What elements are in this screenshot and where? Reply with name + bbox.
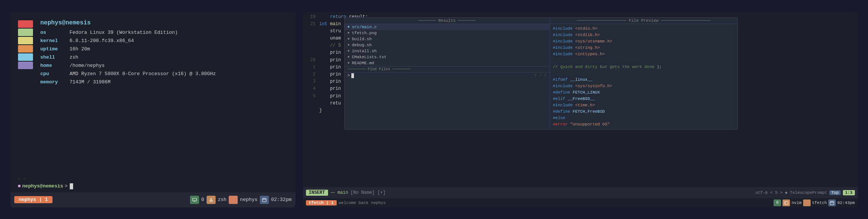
find-files-section: ──────── Find Files ────────	[345, 66, 550, 72]
item-icon-readme: ●	[348, 61, 350, 65]
info-key-cpu: cpu	[40, 70, 67, 78]
preview-line: #include <inttypes.h>	[553, 51, 735, 57]
color-block-red	[18, 20, 33, 28]
color-block-green	[18, 29, 33, 36]
preview-line: #ifdef __linux__	[553, 77, 735, 83]
bottom-folder-icon	[803, 199, 811, 206]
prompt-bolt-icon: ■	[18, 183, 21, 189]
preview-title: ──────────────────── File Preview ──────…	[550, 18, 738, 24]
preview-line: #include <stdio.h>	[553, 26, 735, 32]
info-row-os: os Fedora Linux 39 (Workstation Edition)	[40, 29, 288, 37]
statusbar-right-section: 0 zsh nephys 02:32pm	[190, 196, 292, 204]
bottom-cal-icon	[828, 199, 836, 206]
statusbar-top-right: utf-8 < 5 > ◆ TelescopePrompt Top 1:3	[755, 190, 855, 195]
svg-rect-10	[784, 201, 788, 204]
bottom-tfetch-label: tfetch	[812, 201, 827, 205]
bottom-right-icons: 8 nvim tfetch 02:43pm	[774, 199, 855, 206]
bottom-time: 02:43pm	[837, 201, 855, 205]
telescope-item-install-sh[interactable]: ● install.sh	[345, 48, 550, 54]
statusbar-top: INSERT ⸻ main [No Name] [+] utf-8 < 5 > …	[303, 187, 858, 198]
item-icon-debug-sh: ●	[348, 43, 350, 47]
mode-badge: INSERT	[306, 190, 328, 196]
bottom-num-icon: 8	[774, 199, 781, 206]
info-val-cpu: AMD Ryzen 7 5800X 8-Core Processor (x16)…	[70, 70, 216, 78]
telescope-results-panel[interactable]: ─────── Results ─────── ● src/main.c ● t…	[345, 18, 550, 130]
telescope-input-cursor	[351, 73, 354, 78]
encoding-label: utf-8 < 5 > ◆ TelescopePrompt	[755, 190, 827, 195]
info-key-memory: memory	[40, 78, 67, 86]
info-val-kernel: 6.8.11-200.fc39.x86_64	[70, 37, 134, 45]
statusbar-left: nephys | 1 0 zsh nephys 02:32pm	[10, 192, 295, 207]
branch-info: ⸻ main	[330, 190, 348, 195]
info-val-uptime: 16h 20m	[70, 45, 90, 53]
telescope-item-main-c[interactable]: ● src/main.c	[345, 24, 550, 30]
statusbar-left-section: nephys | 1	[14, 196, 52, 203]
info-key-home: home	[40, 62, 67, 70]
telescope-item-build-sh[interactable]: ● build.sh	[345, 36, 550, 42]
info-row-kernel: kernel 6.8.11-200.fc39.x86_64	[40, 37, 288, 45]
preview-line: #include <sys/utsname.h>	[553, 38, 735, 45]
left-terminal: nephys@nemesis os Fedora Linux 39 (Works…	[10, 12, 295, 207]
preview-line: #include <sys/sysinfo.h>	[553, 83, 735, 89]
info-key-os: os	[40, 29, 67, 37]
info-val-os: Fedora Linux 39 (Workstation Edition)	[70, 29, 178, 37]
statusbar-nephys: nephys	[240, 197, 258, 202]
result-counter: 7 / 7	[534, 73, 546, 78]
item-label-main-c: src/main.c	[352, 25, 377, 29]
info-val-home: /home/nephys	[70, 62, 105, 70]
preview-line: #define FETCH_LINUX	[553, 89, 735, 96]
preview-line: #define FETCH_FreeBSD	[553, 109, 735, 115]
info-val-shell: zsh	[70, 53, 78, 62]
telescope-item-readme[interactable]: ● README.md	[345, 60, 550, 66]
color-blocks	[18, 20, 33, 69]
item-icon-tfetch-png: ●	[348, 31, 350, 35]
item-icon-install-sh: ●	[348, 49, 350, 53]
bottom-workspace-tag: tfetch | 1	[306, 200, 337, 205]
statusbar-zero: 0	[201, 197, 204, 202]
neofetch-block: nephys@nemesis os Fedora Linux 39 (Works…	[18, 20, 288, 87]
statusbar-bottom: tfetch | 1 welcome back nephys 8 nvim tf…	[303, 198, 858, 207]
telescope-item-debug-sh[interactable]: ● debug.sh	[345, 42, 550, 48]
calendar-icon	[260, 196, 269, 204]
telescope-preview-panel: ──────────────────── File Preview ──────…	[550, 18, 738, 130]
svg-rect-6	[262, 198, 266, 202]
telescope-input-row[interactable]: > 7 / 7	[345, 72, 550, 79]
info-key-uptime: uptime	[40, 45, 67, 53]
tilde-line: ~ ~	[18, 177, 288, 182]
preview-line: #include <string.h>	[553, 45, 735, 51]
svg-rect-0	[193, 198, 196, 201]
info-row-uptime: uptime 16h 20m	[40, 45, 288, 53]
preview-line: #error "Unsupported OS"	[553, 121, 735, 128]
screen-icon	[190, 196, 199, 204]
item-label-build-sh: build.sh	[352, 37, 372, 41]
item-label-install-sh: install.sh	[352, 49, 377, 53]
prompt-arrow: >	[65, 183, 68, 189]
item-icon-cmake: ●	[348, 55, 350, 59]
bottom-nvim-icon	[783, 199, 790, 206]
position-badge: 1:3	[843, 190, 855, 195]
info-row-home: home /home/nephys	[40, 62, 288, 70]
preview-line: #else	[553, 115, 735, 121]
statusbar-time: 02:32pm	[271, 197, 292, 202]
info-val-memory: 7143M / 31986M	[70, 78, 111, 86]
top-label: Top	[829, 190, 841, 195]
telescope-body: ─────── Results ─────── ● src/main.c ● t…	[345, 18, 738, 130]
telescope-overlay[interactable]: ─────── Results ─────── ● src/main.c ● t…	[344, 17, 738, 130]
color-block-blue	[18, 53, 33, 61]
preview-line: // Quick and dirty but gets the work don…	[553, 64, 735, 70]
info-row-shell: shell zsh	[40, 53, 288, 62]
terminal-prompt-area: ~ ~ ■ nephys@nemesis >	[10, 174, 295, 192]
preview-line: #include <time.h>	[553, 102, 735, 109]
welcome-message: welcome back nephys	[339, 201, 386, 205]
prompt-line[interactable]: ■ nephys@nemesis >	[18, 183, 288, 189]
telescope-item-cmakelists[interactable]: ● CMakeLists.txt	[345, 54, 550, 60]
info-table: nephys@nemesis os Fedora Linux 39 (Works…	[40, 20, 288, 87]
telescope-item-tfetch-png[interactable]: ● tfetch.png	[345, 30, 550, 36]
workspace-tag: nephys | 1	[14, 196, 52, 203]
prompt-username: nephys@nemesis	[22, 183, 63, 189]
preview-line	[553, 70, 735, 77]
statusbar-combined: INSERT ⸻ main [No Name] [+] utf-8 < 5 > …	[303, 187, 858, 207]
item-label-debug-sh: debug.sh	[352, 43, 372, 47]
info-row-cpu: cpu AMD Ryzen 7 5800X 8-Core Processor (…	[40, 70, 288, 78]
info-row-memory: memory 7143M / 31986M	[40, 78, 288, 86]
